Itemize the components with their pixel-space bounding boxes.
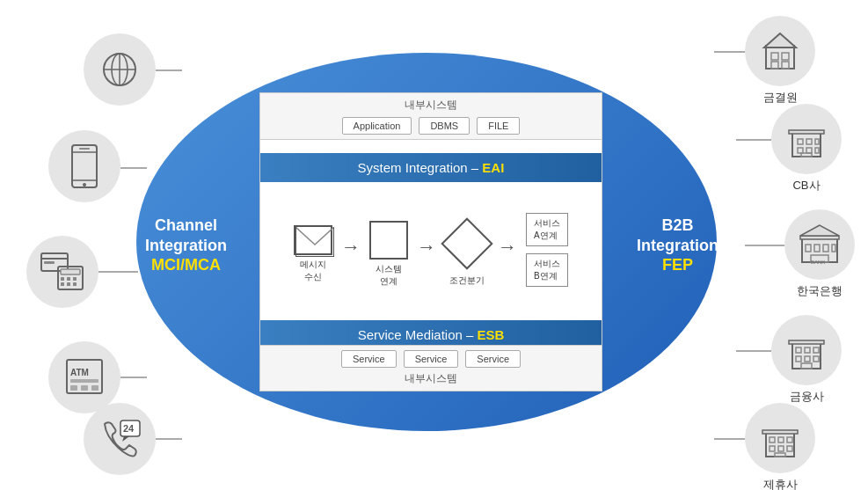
svg-rect-55 — [792, 342, 821, 369]
flow-step1: 메시지수신 — [294, 225, 332, 283]
svg-rect-71 — [787, 446, 792, 451]
top-section: 내부시스템 Application DBMS FILE — [260, 93, 602, 140]
svg-rect-44 — [815, 148, 819, 153]
svg-rect-69 — [770, 446, 775, 451]
connector-kumkyul — [714, 51, 745, 53]
inner-box: 내부시스템 Application DBMS FILE System Integ… — [259, 92, 602, 391]
finance-building-icon — [787, 330, 826, 370]
svg-text:24: 24 — [123, 423, 135, 434]
svg-rect-40 — [806, 139, 812, 144]
flow-step3-label: 조건분기 — [449, 274, 485, 287]
globe-circle — [84, 33, 156, 106]
tag-service-3: Service — [465, 350, 521, 368]
svg-marker-48 — [800, 225, 839, 236]
svg-rect-20 — [61, 282, 64, 286]
svg-rect-19 — [73, 277, 77, 281]
svg-rect-11 — [79, 148, 90, 150]
phone24-circle: 24 — [84, 403, 156, 475]
eai-bar-text: System Integration – — [358, 160, 483, 175]
svg-rect-61 — [805, 356, 810, 362]
globe-icon — [99, 49, 140, 90]
cbsa-building-icon — [787, 120, 826, 158]
hankookbank-label: 한국은행 — [797, 283, 842, 299]
branch-box-a: 서비스A연계 — [526, 213, 568, 246]
phone24-icon: 24 — [98, 419, 142, 459]
right-entity-finance: 금융사 — [771, 315, 842, 405]
svg-rect-57 — [796, 347, 801, 353]
tag-file: FILE — [477, 117, 520, 135]
tag-service-2: Service — [404, 350, 459, 368]
envelope-shape — [294, 225, 332, 255]
esb-bar-highlight: ESB — [478, 327, 505, 342]
svg-rect-35 — [771, 62, 778, 69]
rect-shape — [369, 221, 408, 260]
left-icon-phone24: 24 — [84, 403, 156, 475]
diagram-container: Channel Integration MCI/MCA B2B Integrat… — [0, 0, 868, 490]
svg-rect-59 — [813, 347, 819, 353]
svg-rect-18 — [67, 277, 70, 281]
svg-rect-33 — [771, 53, 778, 60]
svg-rect-62 — [813, 356, 819, 362]
right-entity-kumkyul: 금결원 — [745, 16, 815, 106]
calculator-circle — [26, 236, 98, 308]
svg-text:BANK: BANK — [811, 260, 825, 265]
svg-rect-45 — [801, 153, 812, 157]
flow-step3: 조건분기 — [445, 222, 489, 287]
svg-rect-42 — [798, 148, 803, 153]
connector-hankookbank — [745, 245, 784, 246]
svg-rect-70 — [778, 446, 784, 451]
connector-jehyusa — [714, 438, 745, 440]
arrow-3: → — [498, 236, 517, 259]
connector-atm — [120, 377, 147, 378]
bottom-section-buttons: Service Service Service — [260, 350, 602, 368]
branch-box-b: 서비스B연계 — [526, 253, 568, 287]
tag-application: Application — [342, 117, 412, 135]
left-icon-calculator — [26, 236, 98, 308]
kumkyul-building-icon — [761, 32, 799, 70]
bottom-section-title: 내부시스템 — [260, 371, 602, 386]
left-icon-mobile — [48, 130, 120, 202]
left-label-line2: Integration — [145, 236, 227, 256]
tag-dbms: DBMS — [419, 117, 470, 135]
svg-rect-14 — [44, 261, 55, 264]
connector-mobile — [120, 167, 147, 169]
svg-rect-25 — [70, 379, 98, 383]
svg-rect-52 — [832, 245, 835, 252]
kumkyul-circle — [745, 16, 815, 86]
atm-icon: ATM — [63, 356, 106, 399]
svg-rect-50 — [814, 245, 820, 252]
svg-rect-68 — [787, 437, 792, 442]
jehyusa-circle — [745, 403, 815, 473]
left-label-line1: Channel — [145, 216, 227, 236]
svg-rect-34 — [782, 53, 789, 60]
svg-rect-56 — [789, 340, 824, 344]
svg-rect-49 — [806, 245, 811, 252]
arrow-2: → — [417, 236, 436, 259]
jehyusa-label: 제휴사 — [763, 477, 798, 490]
cbsa-label: CB사 — [792, 178, 820, 194]
calculator-icon — [40, 252, 84, 291]
svg-rect-43 — [806, 148, 812, 153]
branch-container: 서비스A연계 서비스B연계 — [526, 213, 568, 287]
flow-step2: 시스템연계 — [369, 221, 408, 288]
svg-rect-36 — [782, 62, 789, 69]
svg-rect-28 — [91, 385, 98, 391]
flow-step1-label: 메시지수신 — [300, 259, 326, 283]
mobile-icon — [69, 143, 100, 189]
svg-marker-32 — [764, 33, 796, 48]
svg-rect-67 — [778, 437, 784, 442]
esb-bar-text: Service Mediation – — [358, 327, 478, 342]
mobile-circle — [48, 130, 120, 202]
right-entity-cbsa: CB사 — [771, 104, 842, 194]
connector-cbsa — [736, 139, 771, 141]
svg-rect-26 — [70, 385, 77, 391]
hankookbank-circle: BANK — [784, 209, 855, 280]
svg-rect-7 — [72, 145, 97, 187]
right-label-line3: FEP — [637, 256, 718, 274]
svg-text:ATM: ATM — [70, 368, 89, 377]
top-section-title: 내부시스템 — [260, 98, 602, 113]
svg-rect-39 — [798, 139, 803, 144]
right-entity-hankookbank: BANK 한국은행 — [784, 209, 855, 299]
eai-bar-highlight: EAI — [482, 160, 504, 175]
svg-rect-27 — [81, 385, 88, 391]
